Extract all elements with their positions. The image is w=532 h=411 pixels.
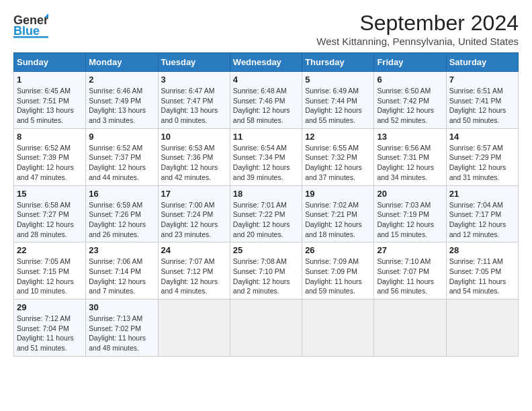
calendar-header-row: Sunday Monday Tuesday Wednesday Thursday… bbox=[14, 53, 519, 72]
day-number: 5 bbox=[305, 75, 371, 85]
calendar-cell: 2 Sunrise: 6:46 AM Sunset: 7:49 PM Dayli… bbox=[86, 72, 158, 129]
header-friday: Friday bbox=[374, 53, 446, 72]
day-number: 26 bbox=[305, 245, 371, 255]
calendar-cell: 24 Sunrise: 7:07 AM Sunset: 7:12 PM Dayl… bbox=[158, 242, 230, 300]
day-info: Sunrise: 7:04 AM Sunset: 7:17 PM Dayligh… bbox=[449, 200, 515, 240]
day-info: Sunrise: 7:07 AM Sunset: 7:12 PM Dayligh… bbox=[161, 257, 227, 296]
calendar-week-row: 15 Sunrise: 6:58 AM Sunset: 7:27 PM Dayl… bbox=[14, 185, 519, 242]
day-number: 3 bbox=[161, 75, 227, 85]
day-info: Sunrise: 7:12 AM Sunset: 7:04 PM Dayligh… bbox=[17, 314, 83, 353]
calendar-week-row: 1 Sunrise: 6:45 AM Sunset: 7:51 PM Dayli… bbox=[14, 72, 519, 129]
calendar-cell bbox=[230, 300, 302, 357]
calendar-cell: 21 Sunrise: 7:04 AM Sunset: 7:17 PM Dayl… bbox=[446, 185, 518, 242]
day-info: Sunrise: 6:48 AM Sunset: 7:46 PM Dayligh… bbox=[233, 86, 299, 126]
header-thursday: Thursday bbox=[302, 53, 374, 72]
svg-rect-3 bbox=[13, 36, 48, 38]
calendar-cell: 22 Sunrise: 7:05 AM Sunset: 7:15 PM Dayl… bbox=[14, 242, 86, 300]
header-monday: Monday bbox=[86, 53, 158, 72]
day-info: Sunrise: 6:52 AM Sunset: 7:37 PM Dayligh… bbox=[89, 143, 154, 183]
day-info: Sunrise: 7:09 AM Sunset: 7:09 PM Dayligh… bbox=[305, 257, 371, 296]
day-info: Sunrise: 6:55 AM Sunset: 7:32 PM Dayligh… bbox=[305, 143, 371, 183]
day-info: Sunrise: 6:50 AM Sunset: 7:42 PM Dayligh… bbox=[377, 86, 443, 126]
day-info: Sunrise: 7:08 AM Sunset: 7:10 PM Dayligh… bbox=[233, 257, 299, 296]
header-tuesday: Tuesday bbox=[158, 53, 230, 72]
day-info: Sunrise: 7:03 AM Sunset: 7:19 PM Dayligh… bbox=[377, 200, 443, 240]
calendar-cell: 12 Sunrise: 6:55 AM Sunset: 7:32 PM Dayl… bbox=[302, 128, 374, 185]
day-info: Sunrise: 6:47 AM Sunset: 7:47 PM Dayligh… bbox=[161, 86, 227, 126]
day-info: Sunrise: 6:56 AM Sunset: 7:31 PM Dayligh… bbox=[377, 143, 443, 183]
calendar-cell: 10 Sunrise: 6:53 AM Sunset: 7:36 PM Dayl… bbox=[158, 128, 230, 185]
calendar-cell: 8 Sunrise: 6:52 AM Sunset: 7:39 PM Dayli… bbox=[14, 128, 86, 185]
day-number: 22 bbox=[17, 245, 83, 255]
header-saturday: Saturday bbox=[446, 53, 518, 72]
calendar-cell: 1 Sunrise: 6:45 AM Sunset: 7:51 PM Dayli… bbox=[14, 72, 86, 129]
day-info: Sunrise: 7:00 AM Sunset: 7:24 PM Dayligh… bbox=[161, 200, 227, 240]
day-number: 21 bbox=[449, 189, 515, 199]
calendar-cell: 15 Sunrise: 6:58 AM Sunset: 7:27 PM Dayl… bbox=[14, 185, 86, 242]
day-info: Sunrise: 6:53 AM Sunset: 7:36 PM Dayligh… bbox=[161, 143, 227, 183]
day-number: 30 bbox=[89, 302, 154, 312]
logo-icon: General Blue bbox=[13, 11, 48, 39]
calendar-cell bbox=[158, 300, 230, 357]
calendar-cell: 23 Sunrise: 7:06 AM Sunset: 7:14 PM Dayl… bbox=[86, 242, 158, 300]
calendar-cell: 13 Sunrise: 6:56 AM Sunset: 7:31 PM Dayl… bbox=[374, 128, 446, 185]
calendar-cell: 9 Sunrise: 6:52 AM Sunset: 7:37 PM Dayli… bbox=[86, 128, 158, 185]
day-number: 12 bbox=[305, 132, 371, 142]
day-number: 25 bbox=[233, 245, 299, 255]
calendar-cell: 16 Sunrise: 6:59 AM Sunset: 7:26 PM Dayl… bbox=[86, 185, 158, 242]
day-number: 23 bbox=[89, 245, 154, 255]
calendar-week-row: 22 Sunrise: 7:05 AM Sunset: 7:15 PM Dayl… bbox=[14, 242, 519, 300]
calendar-cell: 17 Sunrise: 7:00 AM Sunset: 7:24 PM Dayl… bbox=[158, 185, 230, 242]
calendar-cell: 5 Sunrise: 6:49 AM Sunset: 7:44 PM Dayli… bbox=[302, 72, 374, 129]
calendar-cell: 19 Sunrise: 7:02 AM Sunset: 7:21 PM Dayl… bbox=[302, 185, 374, 242]
calendar-cell bbox=[374, 300, 446, 357]
calendar-cell: 25 Sunrise: 7:08 AM Sunset: 7:10 PM Dayl… bbox=[230, 242, 302, 300]
calendar-cell: 18 Sunrise: 7:01 AM Sunset: 7:22 PM Dayl… bbox=[230, 185, 302, 242]
day-number: 27 bbox=[377, 245, 443, 255]
day-number: 18 bbox=[233, 189, 299, 199]
day-info: Sunrise: 6:51 AM Sunset: 7:41 PM Dayligh… bbox=[449, 86, 515, 126]
day-info: Sunrise: 6:52 AM Sunset: 7:39 PM Dayligh… bbox=[17, 143, 83, 183]
day-info: Sunrise: 6:59 AM Sunset: 7:26 PM Dayligh… bbox=[89, 200, 154, 240]
day-number: 6 bbox=[377, 75, 443, 85]
day-info: Sunrise: 6:54 AM Sunset: 7:34 PM Dayligh… bbox=[233, 143, 299, 183]
calendar-cell: 26 Sunrise: 7:09 AM Sunset: 7:09 PM Dayl… bbox=[302, 242, 374, 300]
day-number: 24 bbox=[161, 245, 227, 255]
day-number: 28 bbox=[449, 245, 515, 255]
day-number: 29 bbox=[17, 302, 83, 312]
calendar-cell: 14 Sunrise: 6:57 AM Sunset: 7:29 PM Dayl… bbox=[446, 128, 518, 185]
calendar-cell: 11 Sunrise: 6:54 AM Sunset: 7:34 PM Dayl… bbox=[230, 128, 302, 185]
day-info: Sunrise: 7:06 AM Sunset: 7:14 PM Dayligh… bbox=[89, 257, 154, 296]
header-sunday: Sunday bbox=[14, 53, 86, 72]
day-info: Sunrise: 6:46 AM Sunset: 7:49 PM Dayligh… bbox=[89, 86, 154, 126]
calendar-cell: 27 Sunrise: 7:10 AM Sunset: 7:07 PM Dayl… bbox=[374, 242, 446, 300]
calendar-cell: 29 Sunrise: 7:12 AM Sunset: 7:04 PM Dayl… bbox=[14, 300, 86, 357]
day-number: 8 bbox=[17, 132, 83, 142]
page-header: General Blue September 2024 West Kittann… bbox=[13, 11, 519, 47]
day-info: Sunrise: 6:45 AM Sunset: 7:51 PM Dayligh… bbox=[17, 86, 83, 126]
day-number: 9 bbox=[89, 132, 154, 142]
day-info: Sunrise: 7:02 AM Sunset: 7:21 PM Dayligh… bbox=[305, 200, 371, 240]
day-number: 14 bbox=[449, 132, 515, 142]
day-number: 10 bbox=[161, 132, 227, 142]
day-info: Sunrise: 7:10 AM Sunset: 7:07 PM Dayligh… bbox=[377, 257, 443, 296]
day-info: Sunrise: 7:11 AM Sunset: 7:05 PM Dayligh… bbox=[449, 257, 515, 296]
calendar-cell: 30 Sunrise: 7:13 AM Sunset: 7:02 PM Dayl… bbox=[86, 300, 158, 357]
day-number: 19 bbox=[305, 189, 371, 199]
calendar-cell: 20 Sunrise: 7:03 AM Sunset: 7:19 PM Dayl… bbox=[374, 185, 446, 242]
calendar-table: Sunday Monday Tuesday Wednesday Thursday… bbox=[13, 52, 519, 357]
day-info: Sunrise: 6:57 AM Sunset: 7:29 PM Dayligh… bbox=[449, 143, 515, 183]
day-info: Sunrise: 6:49 AM Sunset: 7:44 PM Dayligh… bbox=[305, 86, 371, 126]
day-number: 11 bbox=[233, 132, 299, 142]
day-number: 16 bbox=[89, 189, 154, 199]
calendar-cell bbox=[302, 300, 374, 357]
day-number: 7 bbox=[449, 75, 515, 85]
day-number: 20 bbox=[377, 189, 443, 199]
day-info: Sunrise: 6:58 AM Sunset: 7:27 PM Dayligh… bbox=[17, 200, 83, 240]
calendar-cell: 3 Sunrise: 6:47 AM Sunset: 7:47 PM Dayli… bbox=[158, 72, 230, 129]
day-number: 2 bbox=[89, 75, 154, 85]
day-number: 1 bbox=[17, 75, 83, 85]
calendar-cell: 28 Sunrise: 7:11 AM Sunset: 7:05 PM Dayl… bbox=[446, 242, 518, 300]
day-number: 4 bbox=[233, 75, 299, 85]
day-info: Sunrise: 7:13 AM Sunset: 7:02 PM Dayligh… bbox=[89, 314, 154, 353]
